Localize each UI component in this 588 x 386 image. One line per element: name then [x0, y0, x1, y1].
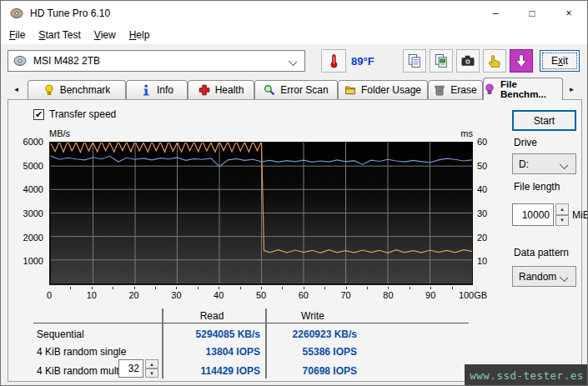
- red-cross-icon: [199, 84, 210, 96]
- transfer-speed-checkbox[interactable]: ✔ Transfer speed: [33, 108, 116, 120]
- drive-label: Drive: [514, 137, 537, 148]
- column-header-read: Read: [163, 310, 260, 322]
- toolbar: MSI M482 2TB 89°F: [1, 44, 587, 78]
- ytick-l-label: 5000: [8, 161, 43, 171]
- drive-dropdown-value: D:: [519, 158, 529, 170]
- ytick-r-label: 40: [477, 184, 487, 194]
- copy-image-button[interactable]: [430, 49, 453, 73]
- tab-health[interactable]: Health: [188, 80, 254, 99]
- tab-label: File Benchm...: [500, 79, 562, 99]
- ytick-l-label: 2000: [8, 233, 43, 243]
- close-button[interactable]: ×: [550, 1, 587, 26]
- menu-help[interactable]: Help: [123, 28, 157, 43]
- tab-error-scan[interactable]: Error Scan: [254, 80, 338, 99]
- tab-erase[interactable]: Erase: [428, 80, 483, 99]
- tab-info[interactable]: Info: [126, 80, 188, 99]
- tab-label: Erase: [450, 84, 476, 96]
- xtick-label: 90: [425, 290, 435, 300]
- queue-depth-input[interactable]: 32: [118, 359, 143, 378]
- minimize-button[interactable]: –: [477, 1, 514, 26]
- drive-dropdown[interactable]: D:: [512, 153, 576, 174]
- title-bar: HD Tune Pro 6.10 – □ ×: [1, 1, 587, 26]
- watermark: www.ssd-tester.es: [465, 364, 588, 386]
- data-pattern-value: Random: [519, 271, 556, 283]
- xtick-label: 80: [383, 290, 393, 300]
- hand-save-icon: [486, 53, 503, 69]
- queue-depth-spinner: 32 ▲ ▼: [118, 359, 158, 378]
- disk-icon: [13, 54, 27, 68]
- screenshot-button[interactable]: [456, 49, 480, 73]
- temperature-button[interactable]: [321, 49, 346, 73]
- exit-button[interactable]: Exit: [540, 50, 580, 72]
- x-minor-tick: [198, 287, 199, 289]
- menu-file[interactable]: File: [3, 28, 32, 43]
- file-length-input[interactable]: 10000: [512, 203, 554, 226]
- download-icon: [513, 53, 530, 69]
- maximize-button[interactable]: □: [514, 1, 550, 26]
- spin-down-icon[interactable]: ▼: [145, 368, 158, 378]
- app-disk-icon: [10, 7, 23, 20]
- tab-label: Error Scan: [280, 84, 328, 96]
- random-multi-read-value: 114429 IOPS: [163, 365, 260, 377]
- menu-view[interactable]: View: [88, 28, 123, 43]
- row-label-sequential: Sequential: [37, 328, 84, 340]
- x-minor-tick: [155, 287, 156, 289]
- y-axis-left-unit: MB/s: [49, 128, 70, 138]
- xtick-label: 70: [340, 290, 350, 300]
- spin-up-icon[interactable]: ▲: [555, 203, 569, 215]
- x-minor-tick: [219, 287, 219, 289]
- row-label-random-single: 4 KiB random single: [37, 346, 126, 358]
- ytick-r-label: 20: [477, 233, 487, 243]
- info-icon: [140, 84, 152, 96]
- tab-bar: ◄ Benchmark Info Health: [1, 78, 587, 99]
- magnifier-icon: [264, 84, 275, 96]
- x-minor-tick: [324, 287, 325, 289]
- checkbox-check-icon: ✔: [33, 109, 44, 120]
- tab-file-benchmark[interactable]: File Benchm...: [483, 78, 563, 100]
- tab-folder-usage[interactable]: Folder Usage: [338, 80, 428, 99]
- random-single-read-value: 13804 IOPS: [163, 346, 260, 358]
- x-minor-tick: [367, 287, 368, 289]
- tab-scroll-right-icon[interactable]: ►: [565, 83, 579, 97]
- tab-scroll-left-icon[interactable]: ◄: [9, 83, 23, 97]
- menu-start-test[interactable]: Start Test: [32, 28, 87, 43]
- x-minor-tick: [346, 287, 347, 289]
- checkbox-label: Transfer speed: [49, 108, 116, 120]
- bulb-purple-icon: [484, 83, 495, 95]
- x-minor-tick: [304, 287, 304, 289]
- tab-label: Benchmark: [60, 84, 111, 96]
- folder-icon: [344, 84, 356, 96]
- chevron-down-icon: [560, 273, 568, 282]
- drive-selector-value: MSI M482 2TB: [33, 55, 100, 67]
- menu-bar: File Start Test View Help: [1, 26, 587, 44]
- file-length-unit: MiB: [572, 209, 588, 221]
- file-benchmark-page: ✔ Transfer speed MB/s ms 600050004000300…: [8, 99, 582, 382]
- y-axis-right-unit: ms: [454, 128, 473, 138]
- trash-icon: [434, 84, 445, 96]
- download-button[interactable]: [510, 49, 533, 73]
- x-minor-tick: [452, 287, 453, 289]
- data-pattern-dropdown[interactable]: Random: [512, 266, 576, 287]
- random-multi-write-value: 70698 IOPS: [269, 365, 357, 377]
- xtick-label: 50: [256, 290, 266, 300]
- x-minor-tick: [282, 287, 283, 289]
- spin-up-icon[interactable]: ▲: [145, 359, 158, 368]
- x-minor-tick: [410, 287, 410, 289]
- copy-button[interactable]: [403, 49, 426, 73]
- table-header-rule: [33, 323, 469, 323]
- copy-icon: [406, 53, 423, 69]
- transfer-speed-chart: [49, 142, 473, 285]
- start-label: Start: [534, 115, 555, 127]
- save-button[interactable]: [483, 49, 506, 73]
- drive-selector[interactable]: MSI M482 2TB: [8, 50, 305, 72]
- xtick-label: 60: [299, 290, 309, 300]
- start-button[interactable]: Start: [512, 110, 576, 131]
- x-minor-tick: [240, 287, 241, 289]
- x-minor-tick: [134, 287, 135, 289]
- copy-image-icon: [433, 53, 450, 69]
- tab-benchmark[interactable]: Benchmark: [28, 80, 126, 99]
- x-minor-tick: [70, 287, 71, 289]
- spin-down-icon[interactable]: ▼: [555, 215, 569, 227]
- tab-label: Folder Usage: [361, 84, 421, 96]
- sequential-write-value: 2260923 KB/s: [269, 328, 357, 340]
